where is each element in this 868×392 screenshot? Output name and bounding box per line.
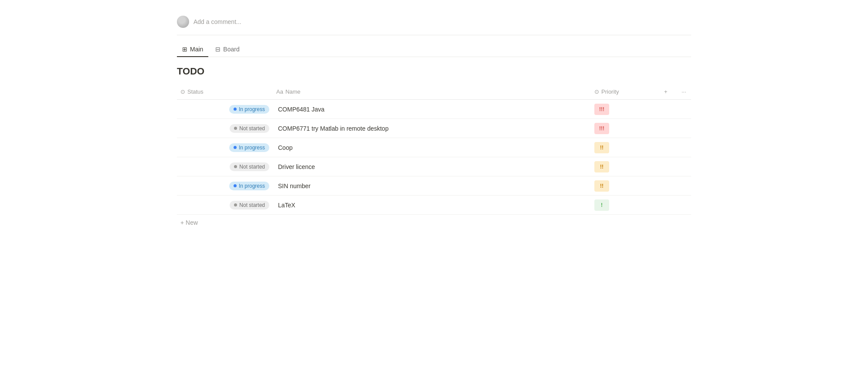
status-dot-gray: [234, 203, 237, 206]
col-header-priority: ⊙ Priority: [591, 87, 661, 97]
status-cell: In progress: [177, 180, 273, 192]
status-cell: Not started: [177, 161, 273, 173]
status-badge-in-progress: In progress: [229, 143, 269, 152]
status-dot-gray: [234, 165, 237, 168]
tab-board[interactable]: ⊟ Board: [210, 42, 244, 57]
priority-col-icon: ⊙: [594, 88, 599, 95]
add-col-button[interactable]: +: [661, 87, 678, 97]
priority-cell: !!: [591, 159, 661, 174]
table-header: ⊙ Status Aa Name ⊙ Priority + ···: [177, 84, 691, 100]
comment-placeholder[interactable]: Add a comment...: [193, 18, 241, 25]
status-dot-gray: [234, 127, 237, 130]
todo-table: ⊙ Status Aa Name ⊙ Priority + ···: [177, 84, 691, 230]
table-row[interactable]: In progress Coop !!: [177, 138, 691, 157]
avatar: [177, 16, 189, 28]
status-dot-blue: [234, 108, 237, 111]
status-label: In progress: [239, 106, 265, 112]
tab-main-label: Main: [190, 46, 203, 53]
add-new-button[interactable]: + New: [177, 215, 691, 230]
name-cell: Coop: [273, 142, 591, 153]
status-dot-blue: [234, 146, 237, 149]
name-col-icon: Aa: [276, 88, 283, 95]
main-table-icon: ⊞: [182, 46, 187, 53]
status-dot-blue: [234, 184, 237, 187]
status-cell: In progress: [177, 103, 273, 115]
name-cell: Driver licence: [273, 162, 591, 172]
status-col-icon: ⊙: [180, 88, 185, 95]
status-cell: Not started: [177, 199, 273, 211]
more-options-button[interactable]: ···: [678, 87, 691, 97]
priority-cell: !!!: [591, 121, 661, 136]
table-row[interactable]: In progress COMP6481 Java !!!: [177, 100, 691, 119]
status-badge-not-started: Not started: [230, 201, 269, 210]
status-badge-not-started: Not started: [230, 162, 269, 171]
status-badge-not-started: Not started: [230, 124, 269, 133]
tab-main[interactable]: ⊞ Main: [177, 42, 208, 57]
priority-cell: !!: [591, 140, 661, 155]
priority-badge-urgent: !!!: [594, 123, 609, 134]
priority-cell: !: [591, 198, 661, 213]
name-cell: LaTeX: [273, 200, 591, 210]
section-title: TODO: [177, 66, 691, 77]
table-row[interactable]: Not started LaTeX !: [177, 196, 691, 215]
comment-section: Add a comment...: [177, 9, 691, 35]
name-cell: COMP6771 try Matlab in remote desktop: [273, 123, 591, 134]
more-icon: ···: [682, 88, 686, 95]
status-label: In progress: [239, 183, 265, 189]
priority-badge-high: !!: [594, 180, 609, 192]
status-label: Not started: [239, 125, 265, 132]
priority-cell: !!!: [591, 102, 661, 117]
table-row[interactable]: In progress SIN number !!: [177, 176, 691, 196]
status-cell: Not started: [177, 122, 273, 135]
priority-badge-high: !!: [594, 161, 609, 172]
priority-cell: !!: [591, 179, 661, 193]
status-label: Not started: [239, 202, 265, 208]
table-row[interactable]: Not started Driver licence !!: [177, 157, 691, 176]
table-row[interactable]: Not started COMP6771 try Matlab in remot…: [177, 119, 691, 138]
col-status-label: Status: [187, 88, 203, 95]
add-new-label: + New: [180, 219, 198, 226]
status-label: Not started: [239, 164, 265, 170]
status-badge-in-progress: In progress: [229, 182, 269, 190]
status-label: In progress: [239, 145, 265, 151]
tabs-container: ⊞ Main ⊟ Board: [177, 42, 691, 57]
board-icon: ⊟: [215, 46, 220, 53]
col-name-label: Name: [285, 88, 301, 95]
status-cell: In progress: [177, 142, 273, 154]
col-priority-label: Priority: [601, 88, 619, 95]
col-header-status: ⊙ Status: [177, 87, 273, 97]
priority-badge-high: !!: [594, 142, 609, 153]
name-cell: COMP6481 Java: [273, 104, 591, 115]
name-cell: SIN number: [273, 181, 591, 191]
add-col-icon: +: [664, 88, 668, 95]
tab-board-label: Board: [223, 46, 239, 53]
priority-badge-urgent: !!!: [594, 104, 609, 115]
status-badge-in-progress: In progress: [229, 105, 269, 114]
priority-badge-medium: !: [594, 199, 609, 211]
col-header-name: Aa Name: [273, 87, 591, 97]
